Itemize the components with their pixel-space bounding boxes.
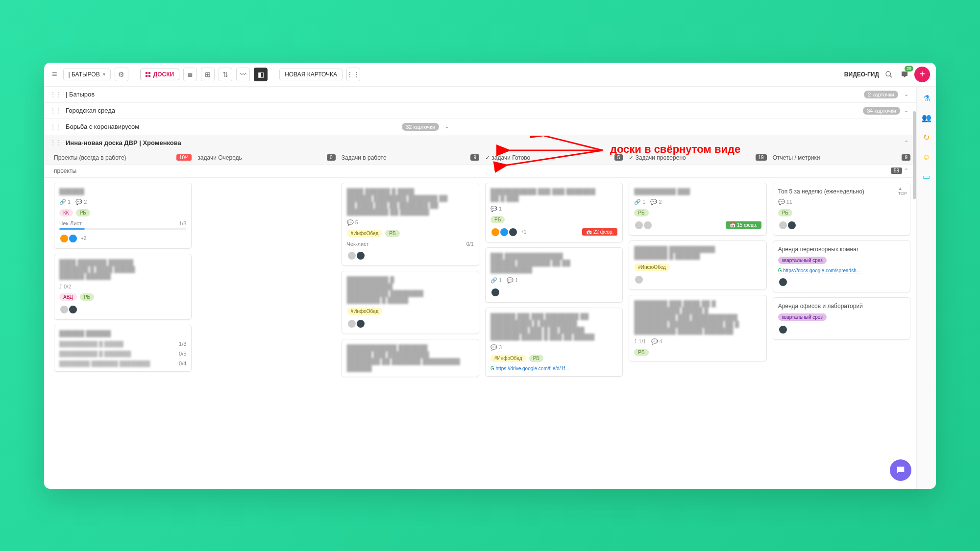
comment-icon: 💬2 (650, 199, 662, 205)
tag: квартальный срез (778, 313, 827, 321)
avatar (490, 287, 500, 297)
avatar (778, 277, 788, 287)
chevron-down-icon: ▾ (103, 72, 105, 77)
expanded-board-header[interactable]: ⋮⋮ Инна-новая доска ДВР | Хроменкова ⌃ (44, 135, 916, 150)
avatar (643, 220, 653, 230)
workspace-selector[interactable]: | БАТЫРОВ ▾ (63, 69, 111, 80)
card[interactable]: ██████ ███ ███ ████████ ████████████ █ █… (485, 308, 623, 377)
card[interactable]: Аренда офисов и лабораторий квартальный … (773, 297, 910, 340)
attachment-icon: 🔗1 (634, 199, 645, 205)
drag-handle-icon[interactable]: ⋮⋮ (50, 123, 62, 130)
column-header[interactable]: Отчеты / метрики9 (773, 154, 910, 161)
card-title: ████████ ███████████████████ █ ██████ (634, 246, 761, 260)
tag: РБ (634, 349, 648, 356)
board-name: Инна-новая доска ДВР | Хроменкова (66, 139, 181, 146)
chevron-down-icon[interactable]: ⌄ (443, 123, 451, 130)
card[interactable]: ███ ████████████████████ ████████ ██ ███… (485, 247, 623, 303)
card[interactable]: ████ ███████ █████████████ █ ████ ██████… (54, 254, 192, 320)
kanban-column: ███████████ ███ ███ █████████ █ ███ 💬1 Р… (485, 183, 623, 377)
chevron-up-icon[interactable]: ⌃ (902, 168, 910, 174)
card[interactable]: ████████████ █████████████ ███ █████████… (342, 339, 479, 377)
comment-icon: 💬4 (651, 338, 662, 345)
emoji-icon[interactable]: ☺ (921, 151, 932, 163)
column-header[interactable]: Проекты (всегда в работе)10/4 (54, 154, 192, 161)
tag: РБ (529, 355, 543, 362)
card[interactable]: ██████████ ███ 🔗1💬2 РБ 📅 15 февр. (629, 183, 766, 236)
tag: АВД (59, 293, 77, 301)
card-count-badge[interactable]: 2 карточки (864, 91, 898, 98)
settings-button[interactable]: ⚙ (115, 68, 128, 81)
collapsed-board-row[interactable]: ⋮⋮ | Батыров 2 карточки ⌄ (44, 87, 916, 103)
view-chart-button[interactable]: 〰 (236, 68, 250, 81)
view-table-button[interactable]: ⊞ (201, 68, 215, 81)
kanban-column: ████ ██████ █ ██████████ ████████ ██████… (342, 183, 479, 377)
avatar (490, 227, 500, 237)
card[interactable]: ████████ ███████████████████ █ ██████ #И… (629, 240, 766, 290)
link-preview[interactable]: G https://docs.google.com/spreadsh… (778, 268, 905, 273)
chat-widget[interactable] (890, 459, 911, 481)
chevron-down-icon[interactable]: ⌄ (902, 107, 910, 114)
column-header[interactable]: задачи Готово5 (485, 154, 623, 161)
card[interactable]: ▲TOP Топ 5 за неделю (еженедельно) 💬11 Р… (773, 183, 910, 236)
card[interactable]: ██████ 🔗1 💬2 ККРБ Чек-Лист1/8 +2 (54, 183, 192, 249)
filter-icon[interactable]: ⚗ (921, 93, 932, 104)
drag-handle-icon[interactable]: ⋮⋮ (50, 107, 62, 114)
workspace-name: | БАТЫРОВ (69, 71, 100, 78)
card[interactable]: ██████ ██████ ██████████ █ █████1/3 ████… (54, 325, 192, 372)
drag-handle-icon[interactable]: ⋮⋮ (50, 91, 62, 98)
boards-label: ДОСКИ (153, 71, 174, 78)
drag-handle-icon[interactable]: ⋮⋮ (50, 139, 62, 146)
checklist-row: Чек-Лист1/8 (59, 220, 186, 226)
column-header[interactable]: задачи Очередь0 (197, 154, 335, 161)
collapsed-board-row[interactable]: ⋮⋮ Борьба с коронавирусом 32 карточки ⌄ (44, 119, 916, 135)
view-sort-button[interactable]: ⇅ (219, 68, 232, 81)
video-guide-link[interactable]: ВИДЕО-ГИД (844, 71, 879, 78)
avatar (634, 275, 644, 285)
avatars: +2 (59, 234, 186, 243)
card[interactable]: Аренда переговорных комнат квартальный с… (773, 240, 910, 292)
expanded-board: ⋮⋮ Инна-новая доска ДВР | Хроменкова ⌃ П… (44, 135, 916, 164)
add-button[interactable]: + (914, 67, 930, 82)
pin-icon: ▲TOP (898, 186, 907, 196)
swimlane-header[interactable]: проекты 59 ⌃ (44, 164, 916, 178)
tag: РБ (385, 230, 399, 237)
collapsed-board-row[interactable]: ⋮⋮ Городская среда 34 карточки ⌄ (44, 103, 916, 119)
link-preview[interactable]: G https://drive.google.com/file/d/1f… (490, 366, 617, 371)
comment-icon: 💬1 (507, 277, 518, 284)
card[interactable]: ███████████ ███ ███ █████████ █ ███ 💬1 Р… (485, 183, 623, 242)
column-header[interactable]: Задачи в работе9 (342, 154, 479, 161)
clock-icon[interactable]: ↻ (921, 132, 932, 144)
card-title: ███ ████████████████████ ████████ ██ ███… (490, 253, 617, 273)
grid-icon (146, 72, 150, 77)
avatar (778, 325, 788, 335)
bookmark-icon[interactable]: ▭ (921, 171, 932, 183)
card-title: ██████████ ██████████████████████ ██████… (347, 276, 474, 304)
card[interactable]: ████████ ███ ████ ██ ████████████ █████ … (629, 295, 766, 361)
notifications-icon[interactable]: 29 (899, 69, 910, 80)
scrollbar[interactable] (912, 111, 916, 239)
svg-point-0 (886, 72, 890, 76)
tag: #ИнфоОбед (347, 308, 383, 315)
avatar (356, 319, 366, 329)
kanban-column: ██████ 🔗1 💬2 ККРБ Чек-Лист1/8 +2 ████ ██… (54, 183, 192, 372)
search-icon[interactable] (883, 69, 895, 80)
chevron-down-icon[interactable]: ⌄ (902, 91, 910, 97)
more-options-button[interactable]: ⋮⋮ (346, 68, 360, 81)
tag: РБ (778, 209, 792, 216)
view-dark-button[interactable]: ◧ (254, 68, 268, 81)
view-boards-button[interactable]: ДОСКИ (140, 69, 180, 80)
new-card-button[interactable]: НОВАЯ КАРТОЧКА (279, 69, 343, 80)
card-count-badge[interactable]: 34 карточки (863, 107, 900, 115)
card-title: ██████████ ███ (634, 188, 761, 195)
tag: РБ (634, 209, 648, 216)
main-area: ⋮⋮ | Батыров 2 карточки ⌄ ⋮⋮ Городская с… (44, 87, 936, 489)
card-count-badge[interactable]: 32 карточки (402, 123, 439, 131)
card[interactable]: ██████████ ██████████████████████ ██████… (342, 271, 479, 334)
chevron-up-icon[interactable]: ⌃ (902, 140, 910, 146)
people-icon[interactable]: 👥 (921, 112, 932, 124)
board-name: Городская среда (66, 107, 115, 114)
card[interactable]: ████ ██████ █ ██████████ ████████ ██████… (342, 183, 479, 266)
view-list-button[interactable]: ≣ (183, 68, 197, 81)
menu-icon[interactable]: ≡ (50, 67, 59, 81)
card-title: ███████████ ███ ███ █████████ █ ███ (490, 188, 617, 202)
